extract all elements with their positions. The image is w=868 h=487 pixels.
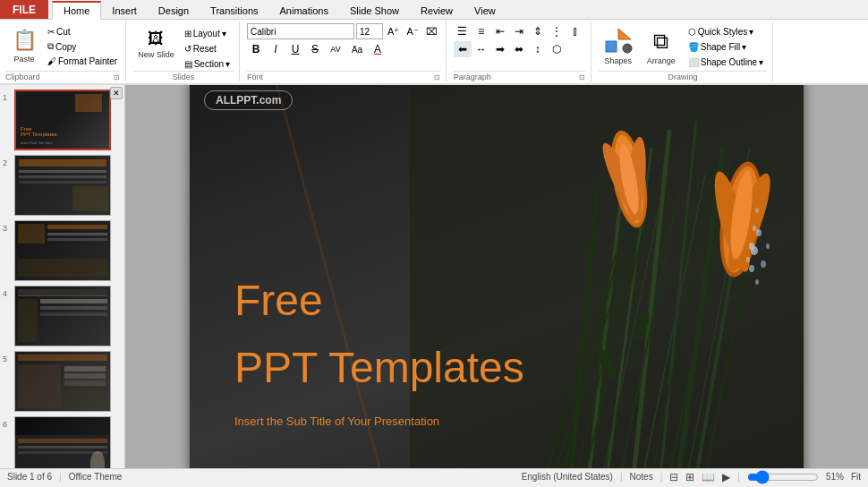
zoom-level: 51% xyxy=(826,472,844,482)
svg-point-40 xyxy=(755,279,759,285)
tab-animations[interactable]: Animations xyxy=(269,3,339,19)
quick-styles-icon: ⬡ xyxy=(688,27,696,37)
numbering-button[interactable]: ≡ xyxy=(472,23,490,39)
columns-button[interactable]: ⫿ xyxy=(566,23,584,39)
reset-icon: ↺ xyxy=(184,44,191,54)
file-tab[interactable]: FILE xyxy=(0,0,48,19)
slide-thumb-1[interactable]: 1 FreePPT Templates Insert Sub Title her… xyxy=(2,89,123,151)
format-painter-icon: 🖌 xyxy=(47,56,56,66)
tab-slideshow[interactable]: Slide Show xyxy=(339,3,410,19)
slide-canvas-area: ALLPPT.com Free PPT Templates Insert the… xyxy=(125,85,868,468)
svg-point-35 xyxy=(746,257,750,262)
new-slide-icon: 🖼 xyxy=(143,26,168,51)
layout-dropdown-icon: ▾ xyxy=(222,29,226,38)
clipboard-expand-icon[interactable]: ⊡ xyxy=(114,73,120,81)
flower-decoration xyxy=(410,85,804,468)
ribbon-group-font: A⁺ A⁻ ⌧ B I U S AV Aa A Font ⊡ xyxy=(242,21,447,81)
fit-button[interactable]: Fit xyxy=(851,472,861,482)
align-left-button[interactable]: ⬅ xyxy=(454,41,472,57)
view-sorter-button[interactable]: ⊞ xyxy=(685,471,694,483)
tab-insert[interactable]: Insert xyxy=(101,3,148,19)
shapes-button[interactable]: Shapes xyxy=(599,23,638,68)
zoom-slider[interactable] xyxy=(747,473,819,482)
arrange-icon: ⧉ xyxy=(646,26,677,56)
language-info: English (United States) xyxy=(522,472,613,482)
slide-thumb-5[interactable]: 5 xyxy=(2,350,123,413)
strikethrough-button[interactable]: S xyxy=(306,41,324,57)
clipboard-label: Clipboard ⊡ xyxy=(5,71,120,81)
decrease-indent-button[interactable]: ⇤ xyxy=(491,23,509,39)
slide-thumb-3[interactable]: 3 xyxy=(2,219,123,282)
arrange-button[interactable]: ⧉ Arrange xyxy=(642,23,681,68)
slide-num-5: 5 xyxy=(3,351,12,363)
clear-format-button[interactable]: ⌧ xyxy=(423,24,440,39)
shape-fill-dropdown-icon: ▾ xyxy=(742,42,746,52)
char-spacing-button[interactable]: AV xyxy=(326,41,345,57)
status-bar: Slide 1 of 6 | Office Theme English (Uni… xyxy=(0,468,868,484)
line-spacing-button[interactable]: ↕ xyxy=(529,41,547,57)
slide-title-line1: Free xyxy=(234,278,323,325)
decrease-font-button[interactable]: A⁻ xyxy=(404,24,421,39)
section-button[interactable]: ▤ Section ▾ xyxy=(181,57,234,71)
paragraph-expand-icon[interactable]: ⊡ xyxy=(579,73,585,81)
tab-home[interactable]: Home xyxy=(52,1,101,20)
shape-outline-button[interactable]: ⬜ Shape Outline ▾ xyxy=(685,56,767,69)
slide-thumb-6[interactable]: 6 xyxy=(2,415,123,468)
slide-canvas[interactable]: ALLPPT.com Free PPT Templates Insert the… xyxy=(190,85,804,468)
justify-button[interactable]: ⬌ xyxy=(510,41,528,57)
quick-styles-dropdown-icon: ▾ xyxy=(749,27,753,37)
slide-num-1: 1 xyxy=(3,90,12,102)
layout-icon: ⊞ xyxy=(184,29,191,38)
shapes-icon xyxy=(603,26,634,56)
font-expand-icon[interactable]: ⊡ xyxy=(434,73,440,81)
underline-button[interactable]: U xyxy=(286,41,304,57)
quick-styles-button[interactable]: ⬡ Quick Styles ▾ xyxy=(685,25,767,38)
change-case-button[interactable]: Aa xyxy=(347,41,367,57)
tab-transitions[interactable]: Transitions xyxy=(200,3,268,19)
align-right-button[interactable]: ➡ xyxy=(491,41,509,57)
svg-point-2 xyxy=(623,44,632,53)
slide-count: Slide 1 of 6 xyxy=(7,472,52,482)
svg-marker-1 xyxy=(618,29,631,39)
text-direction-button[interactable]: ⇕ xyxy=(529,23,547,39)
paste-button[interactable]: 📋 Paste xyxy=(5,23,43,66)
slide-thumb-2[interactable]: 2 xyxy=(2,154,123,217)
copy-icon: ⧉ xyxy=(47,41,54,52)
smart-art-button[interactable]: ⬡ xyxy=(548,41,566,57)
font-size-input[interactable] xyxy=(356,23,383,39)
slide-watermark: ALLPPT.com xyxy=(204,90,293,110)
tab-design[interactable]: Design xyxy=(148,3,200,19)
tab-view[interactable]: View xyxy=(464,3,506,19)
font-name-input[interactable] xyxy=(247,23,354,39)
increase-indent-button[interactable]: ⇥ xyxy=(510,23,528,39)
shape-fill-icon: 🪣 xyxy=(688,42,699,52)
cut-button[interactable]: ✂ Cut xyxy=(45,25,120,38)
italic-button[interactable]: I xyxy=(267,41,285,57)
slide-thumb-4[interactable]: 4 xyxy=(2,285,123,347)
paragraph-label: Paragraph ⊡ xyxy=(454,71,585,81)
slide-num-6: 6 xyxy=(3,416,12,429)
align-center-button[interactable]: ↔ xyxy=(472,41,490,57)
section-dropdown-icon: ▾ xyxy=(226,59,230,69)
align-text-button[interactable]: ⋮ xyxy=(548,23,566,39)
bold-button[interactable]: B xyxy=(247,41,265,57)
font-color-button[interactable]: A xyxy=(369,41,387,57)
view-slideshow-button[interactable]: ▶ xyxy=(722,471,730,483)
slide-subtitle: Insert the Sub Title of Your Presentatio… xyxy=(234,414,439,428)
shape-outline-dropdown-icon: ▾ xyxy=(759,57,763,67)
layout-button[interactable]: ⊞ Layout ▾ xyxy=(181,27,234,40)
panel-close-button[interactable]: ✕ xyxy=(110,87,123,99)
increase-font-button[interactable]: A⁺ xyxy=(385,24,402,39)
bullets-button[interactable]: ☰ xyxy=(454,23,472,39)
cut-icon: ✂ xyxy=(47,27,55,37)
view-normal-button[interactable]: ⊟ xyxy=(669,471,678,483)
view-reading-button[interactable]: 📖 xyxy=(702,471,715,483)
copy-button[interactable]: ⧉ Copy xyxy=(45,39,120,54)
tab-review[interactable]: Review xyxy=(410,3,464,19)
new-slide-button[interactable]: 🖼 New Slide xyxy=(133,23,179,63)
notes-button[interactable]: Notes xyxy=(630,472,653,482)
shape-fill-button[interactable]: 🪣 Shape Fill ▾ xyxy=(685,40,767,54)
reset-button[interactable]: ↺ Reset xyxy=(181,42,234,56)
format-painter-button[interactable]: 🖌 Format Painter xyxy=(45,55,120,68)
svg-point-34 xyxy=(753,226,756,231)
